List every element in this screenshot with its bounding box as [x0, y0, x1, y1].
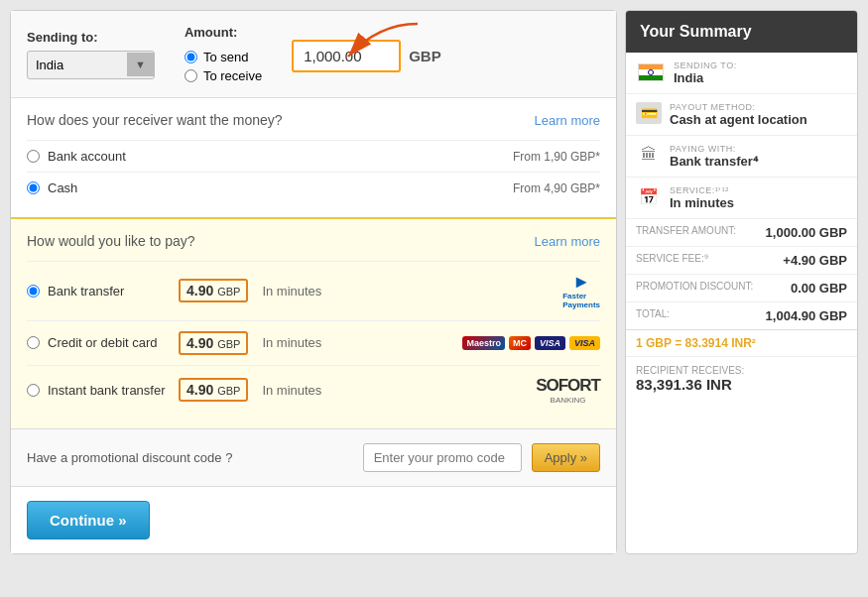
amount-label: Amount: [185, 25, 262, 40]
receive-section: How does your receiver want the money? L… [11, 98, 616, 219]
summary-payout-label: PAYOUT METHOD: [670, 102, 847, 112]
cash-label: Cash [40, 180, 513, 195]
instant-radio[interactable] [27, 384, 40, 397]
to-send-radio[interactable] [185, 51, 197, 63]
bank-transfer-time: In minutes [248, 284, 337, 298]
to-receive-label: To receive [203, 68, 262, 83]
bank-transfer-pay-option: Bank transfer 4.90 GBP In minutes ► Fast… [27, 261, 600, 320]
summary-title: Your Summary [640, 23, 752, 40]
summary-sending-to-text: SENDING TO: India [674, 60, 847, 85]
card-time: In minutes [248, 335, 337, 350]
faster-payments-text: FasterPayments [562, 293, 600, 310]
card-fee: 4.90 GBP [179, 331, 248, 355]
summary-promotion: PROMOTION DISCOUNT: 0.00 GBP [626, 275, 857, 302]
summary-header: Your Summary [626, 11, 857, 53]
sending-dropdown[interactable]: India United Kingdom United States ▼ [27, 51, 155, 79]
sending-to-label: Sending to: [27, 30, 155, 45]
sofort-logo: SOFORT BANKING [536, 376, 600, 405]
summary-total-value: 1,004.90 GBP [766, 308, 847, 323]
arrow-svg [318, 19, 437, 68]
continue-section: Continue » [11, 487, 616, 553]
receive-title: How does your receiver want the money? [27, 112, 283, 128]
card-pay-option: Credit or debit card 4.90 GBP In minutes… [27, 320, 600, 365]
card-label: Credit or debit card [40, 335, 179, 350]
instant-label: Instant bank transfer [40, 383, 179, 398]
pay-learn-more[interactable]: Learn more [535, 234, 600, 249]
country-select[interactable]: India United Kingdom United States [28, 52, 127, 78]
summary-total-label: TOTAL: [636, 308, 670, 323]
summary-recipient-label: RECIPIENT RECEIVES: [636, 365, 744, 376]
bank-account-option: Bank account From 1,90 GBP* [27, 140, 600, 172]
sending-section: Sending to: India United Kingdom United … [11, 11, 616, 98]
card-logos: Maestro MC VISA VISA [462, 336, 600, 350]
instant-time: In minutes [248, 383, 337, 398]
summary-promotion-label: PROMOTION DISCOUNT: [636, 281, 753, 296]
summary-paying: 🏛 PAYING WITH: Bank transfer⁴ [626, 136, 857, 178]
summary-transfer-amount: TRANSFER AMOUNT: 1,000.00 GBP [626, 219, 857, 247]
bank-transfer-radio[interactable] [27, 285, 40, 298]
summary-payout-value: Cash at agent location [670, 112, 847, 127]
visa-icon: VISA [535, 336, 565, 350]
bank-account-fee: From 1,90 GBP* [513, 150, 600, 164]
apply-button[interactable]: Apply » [532, 443, 600, 472]
summary-promotion-value: 0.00 GBP [791, 281, 847, 296]
summary-transfer-amount-value: 1,000.00 GBP [766, 225, 847, 240]
summary-transfer-amount-label: TRANSFER AMOUNT: [636, 225, 736, 240]
to-send-radio-row: To send [185, 50, 262, 64]
cash-radio[interactable] [27, 181, 40, 194]
summary-service-label: SERVICE:¹˒¹² [670, 185, 847, 195]
bank-icon: 🏛 [636, 144, 662, 166]
maestro-icon: Maestro [462, 336, 505, 350]
sofort-banking-text: BANKING [536, 396, 600, 405]
to-send-label: To send [203, 50, 249, 64]
pay-title: How would you like to pay? [27, 233, 195, 249]
amount-field: Amount: To send To receive [185, 25, 262, 83]
to-receive-radio[interactable] [185, 69, 197, 82]
summary-payout-text: PAYOUT METHOD: Cash at agent location [670, 102, 847, 127]
dropdown-arrow-icon[interactable]: ▼ [127, 53, 154, 76]
india-flag-icon [636, 60, 666, 84]
continue-button[interactable]: Continue » [27, 501, 150, 539]
to-receive-radio-row: To receive [185, 68, 262, 83]
promo-label: Have a promotional discount code ? [27, 450, 353, 465]
summary-sending-to-value: India [674, 70, 847, 85]
main-panel: Sending to: India United Kingdom United … [10, 10, 617, 554]
visa2-icon: VISA [569, 336, 600, 350]
summary-sending-to: SENDING TO: India [626, 53, 857, 94]
summary-service: 📅 SERVICE:¹˒¹² In minutes [626, 178, 857, 219]
promo-input[interactable] [363, 443, 522, 472]
arrow-annotation [318, 19, 437, 71]
summary-paying-text: PAYING WITH: Bank transfer⁴ [670, 144, 847, 169]
sending-to-field: Sending to: India United Kingdom United … [27, 30, 155, 79]
summary-service-text: SERVICE:¹˒¹² In minutes [670, 185, 847, 210]
pay-header: How would you like to pay? Learn more [27, 233, 600, 249]
receive-header: How does your receiver want the money? L… [27, 112, 600, 128]
summary-service-value: In minutes [670, 195, 847, 210]
instant-pay-option: Instant bank transfer 4.90 GBP In minute… [27, 365, 600, 415]
bank-transfer-fee: 4.90 GBP [179, 279, 248, 302]
summary-service-fee-label: SERVICE FEE:⁹ [636, 253, 708, 268]
summary-recipient-text: RECIPIENT RECEIVES: 83,391.36 INR [636, 365, 744, 393]
summary-sending-to-label: SENDING TO: [674, 60, 847, 70]
promo-section: Have a promotional discount code ? Apply… [11, 429, 616, 487]
instant-fee: 4.90 GBP [179, 378, 248, 402]
sofort-text: SOFORT [536, 376, 600, 396]
cash-option: Cash From 4,90 GBP* [27, 172, 600, 203]
clock-icon: 📅 [636, 185, 662, 207]
summary-recipient: RECIPIENT RECEIVES: 83,391.36 INR [626, 357, 857, 401]
mastercard-icon: MC [509, 336, 531, 350]
card-radio[interactable] [27, 336, 40, 349]
cash-fee: From 4,90 GBP* [513, 181, 600, 195]
receive-learn-more[interactable]: Learn more [535, 113, 600, 128]
summary-recipient-value: 83,391.36 INR [636, 376, 744, 393]
summary-service-fee: SERVICE FEE:⁹ +4.90 GBP [626, 247, 857, 275]
bank-account-radio[interactable] [27, 150, 40, 163]
payout-icon: 💳 [636, 102, 662, 124]
faster-arrow-icon: ► [572, 272, 590, 293]
summary-service-fee-value: +4.90 GBP [783, 253, 847, 268]
summary-paying-value: Bank transfer⁴ [670, 154, 847, 169]
bank-transfer-label: Bank transfer [40, 284, 179, 298]
summary-payout: 💳 PAYOUT METHOD: Cash at agent location [626, 94, 857, 136]
summary-rate: 1 GBP = 83.3914 INR² [626, 330, 857, 357]
summary-panel: Your Summary SENDING TO: India 💳 PAYOUT … [625, 10, 858, 554]
